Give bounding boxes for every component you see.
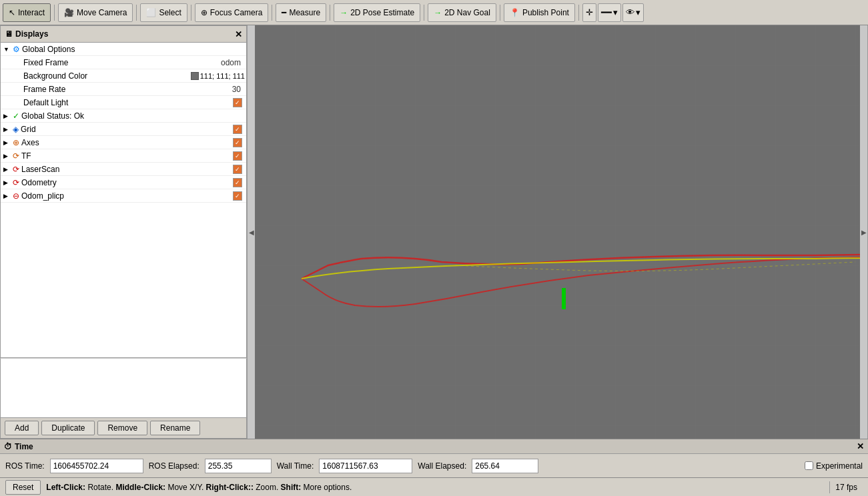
item-icon: ⚙ [13, 45, 20, 54]
item-label: Grid [21, 125, 233, 134]
tree-item-odom_plicp[interactable]: ▶⊖Odom_plicp✓ [1, 189, 246, 203]
tree-item-laserscan[interactable]: ▶⟳LaserScan✓ [1, 163, 246, 176]
pose-estimate-icon: → [340, 8, 348, 17]
toolbar-separator-2 [136, 5, 137, 21]
item-value: 30 [232, 85, 241, 94]
tree-item-default_light[interactable]: Default Light✓ [1, 96, 246, 109]
displays-icon: 🖥 [5, 29, 13, 39]
tree-item-odometry[interactable]: ▶⟳Odometry✓ [1, 176, 246, 189]
ros-time-label: ROS Time: [5, 461, 45, 471]
time-title-text: Time [15, 442, 33, 451]
displays-close-button[interactable]: ✕ [235, 29, 242, 39]
expand-icon[interactable]: ▼ [3, 46, 13, 53]
item-icon: ⟳ [13, 151, 19, 161]
interact-icon: ↖ [9, 8, 15, 17]
select-icon: ⬜ [146, 8, 156, 17]
expand-icon[interactable]: ▶ [3, 113, 13, 119]
wall-elapsed-label: Wall Elapsed: [418, 461, 466, 471]
item-checkbox[interactable]: ✓ [233, 165, 242, 174]
experimental-label: Experimental [816, 461, 863, 471]
item-label: Axes [21, 138, 233, 147]
item-checkbox[interactable]: ✓ [233, 138, 242, 147]
tree-item-tf[interactable]: ▶⟳TF✓ [1, 149, 246, 163]
item-checkbox[interactable]: ✓ [233, 178, 242, 187]
ros-time-input[interactable] [50, 459, 143, 473]
item-icon: ◈ [13, 125, 19, 134]
toolbar-separator-6 [424, 5, 424, 21]
ros-elapsed-label: ROS Elapsed: [149, 461, 199, 471]
item-label: Default Light [23, 98, 233, 107]
time-panel: ⏱ Time ✕ ROS Time: ROS Elapsed: Wall Tim… [0, 439, 868, 477]
measure-button[interactable]: ━ Measure [276, 3, 326, 22]
nav-goal-button[interactable]: → 2D Nav Goal [428, 3, 496, 22]
wall-time-label: Wall Time: [277, 461, 314, 471]
item-label: TF [21, 151, 233, 161]
toolbar-separator [54, 5, 55, 21]
properties-panel [0, 358, 247, 418]
displays-panel: 🖥 Displays ✕ ▼⚙Global OptionsFixed Frame… [0, 25, 247, 358]
item-label: Odom_plicp [21, 191, 233, 201]
toolbar-separator-5 [330, 5, 330, 21]
tree-item-fixed_frame[interactable]: Fixed Frameodom [1, 56, 246, 69]
pose-estimate-button[interactable]: → 2D Pose Estimate [334, 3, 420, 22]
select-button[interactable]: ⬜ Select [140, 3, 187, 22]
duplicate-button[interactable]: Duplicate [41, 421, 95, 435]
expand-icon[interactable]: ▶ [3, 179, 13, 186]
item-label: Global Status: Ok [21, 111, 245, 121]
experimental-area: Experimental [805, 461, 863, 471]
tree-item-frame_rate[interactable]: Frame Rate30 [1, 83, 246, 96]
interact-label: Interact [18, 8, 45, 17]
rename-button[interactable]: Rename [150, 421, 200, 435]
focus-camera-icon: ⊕ [201, 8, 207, 17]
publish-point-label: Publish Point [522, 8, 569, 17]
displays-title: 🖥 Displays [5, 29, 48, 39]
camera-view-icon: ━━ [601, 7, 612, 17]
move-camera-button[interactable]: 🎥 Move Camera [58, 3, 133, 22]
nav-goal-icon: → [434, 8, 442, 17]
item-checkbox[interactable]: ✓ [233, 125, 242, 134]
wall-time-input[interactable] [319, 459, 412, 473]
expand-icon[interactable]: ▶ [3, 166, 13, 173]
experimental-checkbox[interactable] [805, 461, 813, 470]
item-checkbox[interactable]: ✓ [233, 98, 242, 107]
publish-point-button[interactable]: 📍 Publish Point [504, 3, 575, 22]
focus-camera-button[interactable]: ⊕ Focus Camera [195, 3, 269, 22]
tree-item-global_options[interactable]: ▼⚙Global Options [1, 43, 246, 56]
camera-view-dropdown[interactable]: ━━ ▾ [598, 3, 621, 22]
tree-item-background_color[interactable]: Background Color 111; 111; 111 [1, 69, 246, 83]
expand-icon[interactable]: ▶ [3, 126, 13, 133]
item-icon: ⊖ [13, 191, 19, 201]
item-checkbox[interactable]: ✓ [233, 191, 242, 201]
left-panel: 🖥 Displays ✕ ▼⚙Global OptionsFixed Frame… [0, 25, 247, 439]
select-label: Select [159, 8, 181, 17]
expand-icon[interactable]: ▶ [3, 193, 13, 199]
expand-icon[interactable]: ▶ [3, 153, 13, 159]
item-icon: ✓ [13, 111, 19, 121]
measure-icon: ━ [282, 8, 286, 17]
remove-button[interactable]: Remove [97, 421, 147, 435]
time-content: ROS Time: ROS Elapsed: Wall Time: Wall E… [0, 454, 868, 477]
viewport[interactable] [255, 25, 860, 439]
right-collapse-arrow[interactable]: ▶ [860, 25, 868, 439]
item-label: Odometry [21, 178, 233, 187]
crosshair-button[interactable]: ✛ [582, 3, 596, 22]
eye-dropdown-arrow-icon: ▾ [636, 7, 640, 17]
displays-tree[interactable]: ▼⚙Global OptionsFixed FrameodomBackgroun… [0, 43, 247, 358]
add-button[interactable]: Add [5, 421, 39, 435]
wall-elapsed-input[interactable] [472, 459, 538, 473]
item-checkbox[interactable]: ✓ [233, 151, 242, 161]
tree-item-grid[interactable]: ▶◈Grid✓ [1, 123, 246, 136]
reset-button[interactable]: Reset [5, 480, 41, 495]
ros-elapsed-input[interactable] [205, 459, 272, 473]
toolbar-separator-7 [500, 5, 500, 21]
expand-icon[interactable]: ▶ [3, 139, 13, 146]
tree-item-axes[interactable]: ▶⊕Axes✓ [1, 136, 246, 149]
time-close-button[interactable]: ✕ [857, 441, 864, 451]
left-collapse-arrow[interactable]: ◀ [247, 25, 255, 439]
eye-dropdown[interactable]: 👁 ▾ [622, 3, 644, 22]
tree-item-global_status[interactable]: ▶✓Global Status: Ok [1, 109, 246, 123]
interact-button[interactable]: ↖ Interact [3, 3, 51, 22]
measure-label: Measure [289, 8, 320, 17]
nav-goal-label: 2D Nav Goal [444, 8, 490, 17]
move-camera-label: Move Camera [77, 8, 127, 17]
